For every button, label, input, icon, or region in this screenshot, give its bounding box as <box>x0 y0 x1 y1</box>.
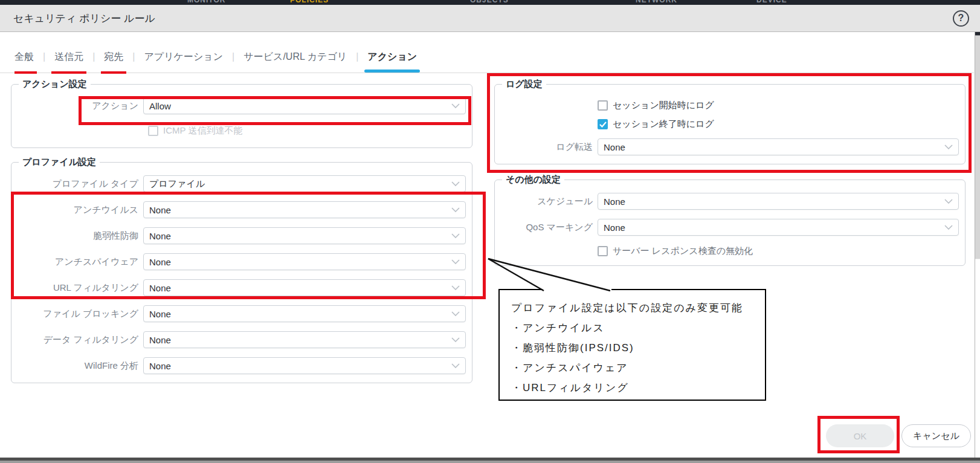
chevron-down-icon <box>451 311 460 316</box>
profile-settings-legend: プロファイル設定 <box>19 157 100 168</box>
chevron-down-icon <box>451 363 460 368</box>
nav-fragment-device: DEVICE <box>756 0 787 4</box>
action-settings-group: アクション設定 アクション Allow ICMP 送信到達不能 <box>11 79 472 148</box>
disable-server-response-checkbox <box>598 246 608 256</box>
profile-type-select[interactable]: プロファイル <box>143 175 466 192</box>
url-filtering-value: None <box>149 283 171 293</box>
nav-fragment-objects: OBJECTS <box>470 0 509 4</box>
callout-item: ・アンチスパイウェア <box>511 358 760 378</box>
qos-marking-label: QoS マーキング <box>501 222 593 233</box>
log-session-start-label: セッション開始時にログ <box>613 100 714 111</box>
profile-type-value: プロファイル <box>149 178 205 190</box>
antispyware-value: None <box>149 257 171 267</box>
disable-server-response-label: サーバー レスポンス検査の無効化 <box>613 245 753 257</box>
vulnerability-value: None <box>149 231 171 241</box>
chevron-down-icon <box>451 103 460 108</box>
log-settings-group: ログ設定 セッション開始時にログ セッション終了時にログ ログ転送 None <box>494 79 965 164</box>
chevron-down-icon <box>944 144 953 149</box>
dialog-title: セキュリティ ポリシー ルール <box>13 11 155 25</box>
tab-action[interactable]: アクション <box>359 51 425 63</box>
log-session-end-row: セッション終了時にログ <box>598 118 959 130</box>
dialog-titlebar: セキュリティ ポリシー ルール ? <box>0 5 980 32</box>
file-blocking-value: None <box>149 309 171 319</box>
callout-item: ・脆弱性防御(IPS/IDS) <box>511 338 760 358</box>
tab-separator: | <box>231 51 236 62</box>
annotation-callout-box: プロファイル設定は以下の設定のみ変更可能 ・アンチウイルス ・脆弱性防御(IPS… <box>498 289 766 401</box>
antivirus-value: None <box>149 205 171 215</box>
disable-server-response-row: サーバー レスポンス検査の無効化 <box>598 245 959 257</box>
tab-separator: | <box>355 51 359 62</box>
action-label: アクション <box>18 100 138 112</box>
vulnerability-select[interactable]: None <box>143 227 466 244</box>
antispyware-select[interactable]: None <box>143 253 466 270</box>
log-forwarding-label: ログ転送 <box>501 141 593 153</box>
chevron-down-icon <box>944 225 953 230</box>
action-select-value: Allow <box>149 101 171 111</box>
url-filtering-label: URL フィルタリング <box>18 282 138 294</box>
tab-separator: | <box>42 51 47 62</box>
callout-item: ・アンチウイルス <box>511 318 760 338</box>
window-right-edge <box>975 5 980 458</box>
other-settings-legend: その他の設定 <box>502 174 564 186</box>
schedule-select[interactable]: None <box>598 193 959 210</box>
qos-marking-select[interactable]: None <box>598 219 959 236</box>
qos-marking-value: None <box>604 222 625 233</box>
icmp-unreachable-checkbox <box>148 126 158 136</box>
tabbar: 全般 | 送信元 | 宛先 | アプリケーション | サービス/URL カテゴリ… <box>0 41 974 73</box>
callout-title: プロファイル設定は以下の設定のみ変更可能 <box>511 298 760 318</box>
nav-fragment-policies: POLICIES <box>290 0 329 4</box>
schedule-value: None <box>604 196 625 207</box>
data-filtering-label: データ フィルタリング <box>18 334 138 346</box>
cancel-button[interactable]: キャンセル <box>901 424 971 447</box>
security-policy-rule-dialog: MONITOR POLICIES OBJECTS NETWORK DEVICE … <box>0 0 980 463</box>
log-session-end-label: セッション終了時にログ <box>613 118 714 130</box>
chevron-down-icon <box>451 259 460 264</box>
vulnerability-label: 脆弱性防御 <box>18 230 138 242</box>
antispyware-label: アンチスパイウェア <box>18 256 138 268</box>
log-session-end-checkbox[interactable] <box>598 119 608 129</box>
log-session-start-checkbox[interactable] <box>598 100 608 111</box>
log-forwarding-value: None <box>604 142 625 152</box>
callout-item: ・URLフィルタリング <box>511 378 760 398</box>
bottom-border-bar-light <box>0 461 980 463</box>
nav-fragment-monitor: MONITOR <box>187 0 225 4</box>
annotation-underline-destination <box>101 71 126 74</box>
action-select[interactable]: Allow <box>143 97 466 114</box>
chevron-down-icon <box>944 199 953 204</box>
chevron-down-icon <box>451 181 460 186</box>
chevron-down-icon <box>451 233 460 238</box>
log-forwarding-select[interactable]: None <box>598 138 959 155</box>
other-settings-group: その他の設定 スケジュール None QoS マーキング None <box>494 174 965 266</box>
tab-general[interactable]: 全般 <box>15 51 42 63</box>
annotation-underline-source <box>51 71 86 74</box>
antivirus-select[interactable]: None <box>143 201 466 218</box>
tab-separator: | <box>131 51 136 62</box>
active-tab-indicator <box>364 70 420 73</box>
wildfire-value: None <box>149 361 171 371</box>
chevron-down-icon <box>451 207 460 212</box>
help-icon[interactable]: ? <box>953 10 969 27</box>
antivirus-label: アンチウイルス <box>18 204 138 216</box>
tab-application[interactable]: アプリケーション <box>136 51 231 63</box>
file-blocking-select[interactable]: None <box>143 305 466 322</box>
tab-service-url-category[interactable]: サービス/URL カテゴリ <box>236 51 355 63</box>
file-blocking-label: ファイル ブロッキング <box>18 308 138 320</box>
schedule-label: スケジュール <box>501 196 593 207</box>
tab-separator: | <box>91 51 96 62</box>
chevron-down-icon <box>451 285 460 290</box>
log-settings-legend: ログ設定 <box>502 79 546 90</box>
icmp-unreachable-label: ICMP 送信到達不能 <box>163 125 242 137</box>
wildfire-select[interactable]: None <box>143 357 466 374</box>
url-filtering-select[interactable]: None <box>143 279 466 296</box>
annotation-underline-general <box>15 71 37 74</box>
tab-destination[interactable]: 宛先 <box>96 51 131 63</box>
wildfire-label: WildFire 分析 <box>18 360 138 372</box>
icmp-unreachable-row: ICMP 送信到達不能 <box>148 125 466 137</box>
data-filtering-value: None <box>149 335 171 345</box>
callout-pointer-notch <box>543 288 611 291</box>
chevron-down-icon <box>451 337 460 342</box>
tab-source[interactable]: 送信元 <box>47 51 91 63</box>
ok-button: OK <box>826 424 894 447</box>
browser-nav-strip: MONITOR POLICIES OBJECTS NETWORK DEVICE <box>0 0 980 5</box>
data-filtering-select[interactable]: None <box>143 331 466 348</box>
